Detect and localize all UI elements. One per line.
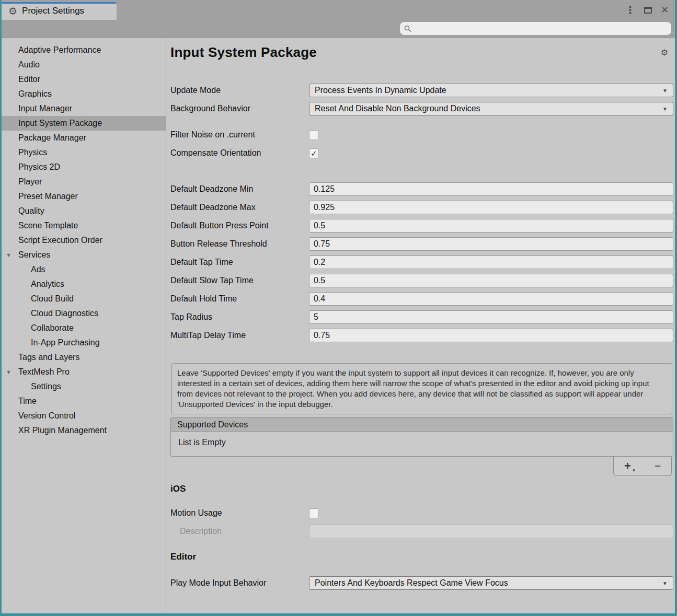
compensate-orientation-checkbox[interactable]: ✓: [309, 148, 319, 158]
text-field[interactable]: [309, 255, 673, 269]
search-box[interactable]: [399, 21, 672, 36]
sidebar-item-scene-template[interactable]: Scene Template: [2, 218, 166, 233]
play-mode-input-behavior-dropdown[interactable]: Pointers And Keyboards Respect Game View…: [309, 576, 673, 590]
sidebar-item-preset-manager[interactable]: Preset Manager: [2, 189, 166, 204]
chevron-down-icon: ▼: [662, 88, 668, 94]
maximize-icon[interactable]: [644, 7, 652, 14]
field-label: Button Release Threshold: [170, 239, 309, 249]
sidebar-item-label: Ads: [31, 265, 45, 274]
toolbar: [2, 20, 675, 38]
text-field[interactable]: [309, 201, 673, 214]
sidebar-item-label: Script Execution Order: [18, 236, 102, 245]
sidebar-item-label: Version Control: [18, 411, 75, 420]
field-label: Background Behavior: [170, 104, 309, 113]
sidebar-item-label: Collaborate: [31, 323, 74, 332]
sidebar-item-quality[interactable]: Quality: [2, 204, 166, 218]
field-row: Default Button Press Point: [170, 219, 673, 233]
field-row: Play Mode Input Behavior Pointers And Ke…: [170, 576, 673, 590]
sidebar-item-version-control[interactable]: Version Control: [2, 409, 166, 423]
sidebar-item-analytics[interactable]: Analytics: [2, 277, 166, 292]
search-input[interactable]: [415, 25, 667, 33]
remove-device-button[interactable]: −: [655, 461, 661, 471]
motion-usage-checkbox[interactable]: [309, 508, 319, 518]
field-row: Button Release Threshold: [170, 237, 673, 251]
sidebar-item-label: Graphics: [18, 89, 52, 98]
field-label: Description: [170, 527, 309, 536]
field-label: Play Mode Input Behavior: [170, 578, 309, 588]
field-row: Description: [170, 525, 673, 538]
sidebar-item-input-manager[interactable]: Input Manager: [2, 101, 166, 116]
text-field[interactable]: [309, 329, 673, 342]
field-label: Filter Noise on .current: [170, 130, 309, 140]
foldout-arrow-icon[interactable]: ▼: [6, 365, 12, 379]
background-behavior-dropdown[interactable]: Reset And Disable Non Background Devices…: [309, 102, 673, 115]
add-device-button[interactable]: + ▾: [624, 460, 631, 472]
sidebar-item-label: Cloud Diagnostics: [31, 309, 98, 318]
gear-icon: ⚙: [8, 6, 17, 16]
sidebar-item-label: Player: [18, 177, 42, 186]
kebab-menu-icon[interactable]: ⋮: [625, 5, 635, 15]
sidebar-item-label: Settings: [31, 382, 61, 391]
sidebar-item-tags-and-layers[interactable]: Tags and Layers: [2, 350, 166, 365]
sidebar-item-textmesh-pro[interactable]: ▼TextMesh Pro: [2, 365, 166, 379]
field-row: Default Tap Time: [170, 255, 673, 269]
sidebar-item-graphics[interactable]: Graphics: [2, 87, 166, 101]
sidebar-item-ads[interactable]: Ads: [2, 262, 166, 277]
active-tab-accent: [2, 2, 117, 4]
supported-devices-list: Supported Devices List is Empty: [170, 417, 673, 457]
field-label: Default Deadzone Min: [170, 184, 309, 194]
sidebar-item-label: XR Plugin Management: [18, 426, 107, 435]
sidebar-item-label: Physics 2D: [18, 162, 60, 171]
field-row: Background Behavior Reset And Disable No…: [170, 102, 673, 115]
sidebar-item-input-system-package[interactable]: Input System Package: [2, 116, 166, 131]
sidebar-item-label: Services: [18, 250, 50, 259]
text-field[interactable]: [309, 310, 673, 324]
sidebar-item-services[interactable]: ▼Services: [2, 248, 166, 262]
sidebar-item-settings[interactable]: Settings: [2, 379, 166, 394]
sidebar-item-xr-plugin-management[interactable]: XR Plugin Management: [2, 423, 166, 438]
sidebar-item-package-manager[interactable]: Package Manager: [2, 131, 166, 145]
list-footer: + ▾ −: [613, 457, 672, 476]
text-field[interactable]: [309, 292, 673, 306]
update-mode-dropdown[interactable]: Process Events In Dynamic Update ▼: [309, 84, 673, 97]
sidebar-item-script-execution-order[interactable]: Script Execution Order: [2, 233, 166, 248]
sidebar-item-cloud-build[interactable]: Cloud Build: [2, 292, 166, 306]
filter-noise-checkbox[interactable]: [309, 130, 319, 140]
text-field[interactable]: [309, 182, 673, 196]
sidebar-item-adaptive-performance[interactable]: Adaptive Performance: [2, 43, 166, 57]
field-label: Compensate Orientation: [170, 148, 309, 158]
field-label: Default Slow Tap Time: [170, 276, 309, 285]
sidebar-item-label: Cloud Build: [31, 294, 74, 303]
sidebar-item-player[interactable]: Player: [2, 175, 166, 189]
desktop-frame: ⚙ Project Settings ⋮ ✕ Adaptive Performa…: [0, 0, 677, 616]
sidebar-item-label: Audio: [18, 60, 40, 69]
sidebar-item-in-app-purchasing[interactable]: In-App Purchasing: [2, 335, 166, 350]
field-row: Motion Usage: [170, 506, 673, 520]
field-row: Update Mode Process Events In Dynamic Up…: [170, 84, 673, 97]
sidebar-item-physics-2d[interactable]: Physics 2D: [2, 160, 166, 175]
sidebar-item-label: Quality: [18, 206, 44, 215]
sidebar-item-audio[interactable]: Audio: [2, 57, 166, 72]
sidebar-item-label: Editor: [18, 75, 40, 84]
presets-gear-icon[interactable]: ⚙: [661, 48, 668, 57]
text-field[interactable]: [309, 219, 673, 233]
chevron-down-icon: ▼: [662, 106, 668, 112]
sidebar-item-editor[interactable]: Editor: [2, 72, 166, 87]
project-settings-window: ⚙ Project Settings ⋮ ✕ Adaptive Performa…: [2, 0, 675, 613]
foldout-arrow-icon[interactable]: ▼: [6, 248, 12, 262]
sidebar-item-label: Preset Manager: [18, 192, 78, 201]
field-label: Default Tap Time: [170, 258, 309, 267]
text-field[interactable]: [309, 274, 673, 287]
sidebar-item-cloud-diagnostics[interactable]: Cloud Diagnostics: [2, 306, 166, 321]
dropdown-value: Process Events In Dynamic Update: [315, 86, 446, 95]
numeric-fields: Default Deadzone MinDefault Deadzone Max…: [170, 182, 673, 342]
sidebar-item-time[interactable]: Time: [2, 394, 166, 409]
text-field[interactable]: [309, 237, 673, 251]
tab-project-settings[interactable]: ⚙ Project Settings: [2, 2, 117, 20]
ios-section-heading: iOS: [170, 483, 673, 495]
sidebar-item-physics[interactable]: Physics: [2, 145, 166, 160]
close-icon[interactable]: ✕: [661, 5, 669, 15]
sidebar-item-collaborate[interactable]: Collaborate: [2, 321, 166, 335]
sidebar: Adaptive PerformanceAudioEditorGraphicsI…: [2, 38, 166, 613]
sidebar-item-label: Package Manager: [18, 133, 86, 142]
